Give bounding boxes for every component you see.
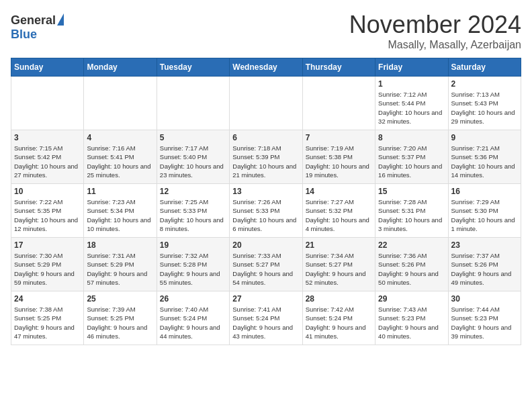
day-info: Sunrise: 7:31 AM Sunset: 5:29 PM Dayligh… [87,251,153,287]
day-info: Sunrise: 7:18 AM Sunset: 5:39 PM Dayligh… [232,144,299,179]
day-info: Sunrise: 7:27 AM Sunset: 5:32 PM Dayligh… [306,197,372,233]
month-title: November 2024 [349,11,521,39]
calendar-cell: 6Sunrise: 7:18 AM Sunset: 5:39 PM Daylig… [230,130,302,184]
calendar-cell: 18Sunrise: 7:31 AM Sunset: 5:29 PM Dayli… [84,238,157,291]
day-info: Sunrise: 7:33 AM Sunset: 5:27 PM Dayligh… [232,251,299,287]
day-number: 20 [232,240,299,250]
calendar-cell: 25Sunrise: 7:39 AM Sunset: 5:25 PM Dayli… [84,291,157,345]
calendar-cell: 17Sunrise: 7:30 AM Sunset: 5:29 PM Dayli… [11,238,84,291]
calendar-cell: 1Sunrise: 7:12 AM Sunset: 5:44 PM Daylig… [375,77,448,130]
calendar-week-5: 24Sunrise: 7:38 AM Sunset: 5:25 PM Dayli… [11,291,521,345]
weekday-wednesday: Wednesday [230,58,302,77]
weekday-tuesday: Tuesday [157,58,229,77]
weekday-saturday: Saturday [448,58,521,77]
calendar-week-1: 1Sunrise: 7:12 AM Sunset: 5:44 PM Daylig… [11,77,521,130]
logo-general-text: General [11,13,56,28]
day-number: 15 [378,187,445,196]
calendar-cell: 20Sunrise: 7:33 AM Sunset: 5:27 PM Dayli… [230,238,302,291]
day-info: Sunrise: 7:40 AM Sunset: 5:24 PM Dayligh… [160,305,226,340]
calendar-cell: 12Sunrise: 7:25 AM Sunset: 5:33 PM Dayli… [157,184,229,238]
day-info: Sunrise: 7:41 AM Sunset: 5:24 PM Dayligh… [232,305,299,340]
day-number: 27 [232,294,299,304]
calendar-week-3: 10Sunrise: 7:22 AM Sunset: 5:35 PM Dayli… [11,184,521,238]
logo-triangle-icon [57,13,64,26]
day-number: 8 [378,133,445,142]
day-info: Sunrise: 7:25 AM Sunset: 5:33 PM Dayligh… [160,197,226,233]
calendar-cell: 5Sunrise: 7:17 AM Sunset: 5:40 PM Daylig… [157,130,229,184]
day-number: 2 [451,79,518,89]
day-number: 22 [378,240,445,250]
day-number: 9 [451,133,518,142]
day-number: 13 [232,187,299,196]
day-info: Sunrise: 7:34 AM Sunset: 5:27 PM Dayligh… [306,251,372,287]
calendar-cell: 3Sunrise: 7:15 AM Sunset: 5:42 PM Daylig… [11,130,84,184]
day-info: Sunrise: 7:21 AM Sunset: 5:36 PM Dayligh… [451,144,518,179]
day-info: Sunrise: 7:20 AM Sunset: 5:37 PM Dayligh… [378,144,445,179]
day-number: 12 [160,187,226,196]
calendar-cell: 11Sunrise: 7:23 AM Sunset: 5:34 PM Dayli… [84,184,157,238]
logo: General Blue [11,13,64,42]
day-number: 1 [378,79,445,89]
day-number: 5 [160,133,226,142]
calendar-cell: 22Sunrise: 7:36 AM Sunset: 5:26 PM Dayli… [375,238,448,291]
title-section: November 2024 Masally, Masally, Azerbaij… [349,11,521,51]
location-title: Masally, Masally, Azerbaijan [349,39,521,51]
day-info: Sunrise: 7:23 AM Sunset: 5:34 PM Dayligh… [87,197,153,233]
logo-blue-text: Blue [11,28,37,42]
weekday-thursday: Thursday [302,58,375,77]
calendar-cell: 13Sunrise: 7:26 AM Sunset: 5:33 PM Dayli… [230,184,302,238]
calendar-cell: 2Sunrise: 7:13 AM Sunset: 5:43 PM Daylig… [448,77,521,130]
calendar-cell: 8Sunrise: 7:20 AM Sunset: 5:37 PM Daylig… [375,130,448,184]
weekday-friday: Friday [375,58,448,77]
day-number: 21 [306,240,372,250]
calendar-cell: 9Sunrise: 7:21 AM Sunset: 5:36 PM Daylig… [448,130,521,184]
day-info: Sunrise: 7:30 AM Sunset: 5:29 PM Dayligh… [14,251,81,287]
day-info: Sunrise: 7:22 AM Sunset: 5:35 PM Dayligh… [14,197,81,233]
calendar-cell: 7Sunrise: 7:19 AM Sunset: 5:38 PM Daylig… [302,130,375,184]
day-info: Sunrise: 7:12 AM Sunset: 5:44 PM Dayligh… [378,90,445,126]
day-info: Sunrise: 7:16 AM Sunset: 5:41 PM Dayligh… [87,144,153,179]
calendar-cell: 15Sunrise: 7:28 AM Sunset: 5:31 PM Dayli… [375,184,448,238]
calendar-body: 1Sunrise: 7:12 AM Sunset: 5:44 PM Daylig… [11,77,521,345]
day-info: Sunrise: 7:29 AM Sunset: 5:30 PM Dayligh… [451,197,518,233]
page-header: General Blue November 2024 Masally, Masa… [11,11,521,51]
day-info: Sunrise: 7:19 AM Sunset: 5:38 PM Dayligh… [306,144,372,179]
calendar-cell: 24Sunrise: 7:38 AM Sunset: 5:25 PM Dayli… [11,291,84,345]
day-info: Sunrise: 7:13 AM Sunset: 5:43 PM Dayligh… [451,90,518,126]
calendar-cell [302,77,375,130]
day-number: 24 [14,294,81,304]
day-number: 7 [306,133,372,142]
day-info: Sunrise: 7:38 AM Sunset: 5:25 PM Dayligh… [14,305,81,340]
day-number: 14 [306,187,372,196]
calendar-cell: 21Sunrise: 7:34 AM Sunset: 5:27 PM Dayli… [302,238,375,291]
calendar-table: SundayMondayTuesdayWednesdayThursdayFrid… [11,58,521,345]
day-number: 6 [232,133,299,142]
calendar-cell: 26Sunrise: 7:40 AM Sunset: 5:24 PM Dayli… [157,291,229,345]
calendar-cell: 16Sunrise: 7:29 AM Sunset: 5:30 PM Dayli… [448,184,521,238]
calendar-cell [230,77,302,130]
day-info: Sunrise: 7:44 AM Sunset: 5:23 PM Dayligh… [451,305,518,340]
day-info: Sunrise: 7:42 AM Sunset: 5:24 PM Dayligh… [306,305,372,340]
day-number: 11 [87,187,153,196]
day-number: 18 [87,240,153,250]
calendar-cell: 29Sunrise: 7:43 AM Sunset: 5:23 PM Dayli… [375,291,448,345]
day-info: Sunrise: 7:28 AM Sunset: 5:31 PM Dayligh… [378,197,445,233]
day-info: Sunrise: 7:26 AM Sunset: 5:33 PM Dayligh… [232,197,299,233]
day-number: 25 [87,294,153,304]
day-number: 28 [306,294,372,304]
weekday-sunday: Sunday [11,58,84,77]
day-info: Sunrise: 7:32 AM Sunset: 5:28 PM Dayligh… [160,251,226,287]
day-number: 4 [87,133,153,142]
day-number: 26 [160,294,226,304]
weekday-header-row: SundayMondayTuesdayWednesdayThursdayFrid… [11,58,521,77]
calendar-week-2: 3Sunrise: 7:15 AM Sunset: 5:42 PM Daylig… [11,130,521,184]
calendar-cell: 4Sunrise: 7:16 AM Sunset: 5:41 PM Daylig… [84,130,157,184]
day-number: 3 [14,133,81,142]
day-number: 30 [451,294,518,304]
calendar-cell [84,77,157,130]
day-info: Sunrise: 7:17 AM Sunset: 5:40 PM Dayligh… [160,144,226,179]
calendar-cell: 30Sunrise: 7:44 AM Sunset: 5:23 PM Dayli… [448,291,521,345]
day-info: Sunrise: 7:39 AM Sunset: 5:25 PM Dayligh… [87,305,153,340]
day-number: 16 [451,187,518,196]
day-info: Sunrise: 7:15 AM Sunset: 5:42 PM Dayligh… [14,144,81,179]
